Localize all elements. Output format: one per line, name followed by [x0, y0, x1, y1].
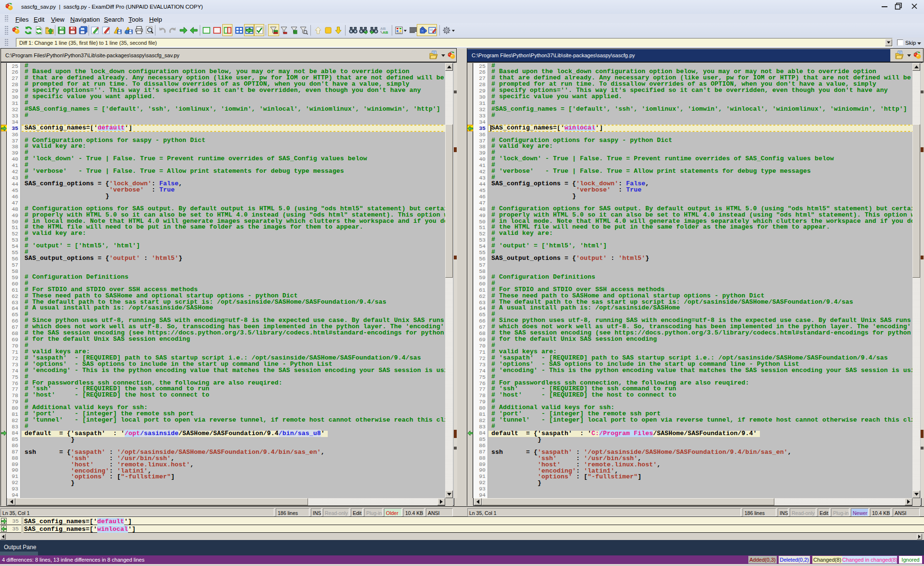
svg-text:AB: AB: [383, 30, 388, 35]
